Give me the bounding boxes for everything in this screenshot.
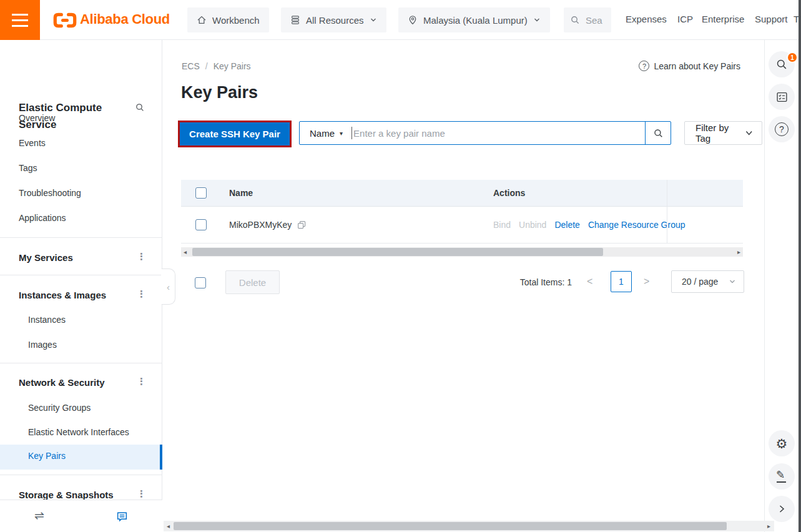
change-resource-group-action[interactable]: Change Resource Group xyxy=(588,220,686,230)
delete-button-disabled[interactable]: Delete xyxy=(225,270,280,294)
scroll-right-icon[interactable]: ▸ xyxy=(737,247,740,257)
expenses-link[interactable]: Expenses xyxy=(626,14,667,24)
page-size-select[interactable]: 20 / page xyxy=(671,270,744,293)
header-search-text: Sea xyxy=(586,15,602,26)
chevron-down-icon xyxy=(745,129,754,137)
scroll-left-icon[interactable]: ◂ xyxy=(167,521,170,531)
page-number-button[interactable]: 1 xyxy=(611,271,632,292)
sidebar-item-key-pairs[interactable]: Key Pairs xyxy=(0,445,162,470)
column-header-name[interactable]: Name xyxy=(229,188,253,198)
table-row: MikoPBXMyKey Bind Unbind Delete Change R… xyxy=(181,207,743,244)
total-items-label: Total Items: 1 xyxy=(493,277,572,287)
breadcrumb-ecs[interactable]: ECS xyxy=(182,61,200,71)
breadcrumb-current: Key Pairs xyxy=(214,61,251,71)
sidebar-group-storage-snapshots[interactable]: Storage & Snapshots xyxy=(19,488,114,501)
icp-link[interactable]: ICP xyxy=(677,14,693,24)
breadcrumb: ECS / Key Pairs xyxy=(182,61,251,71)
highlight-outline: Create SSH Key Pair xyxy=(178,121,292,147)
rail-help-button[interactable]: ? xyxy=(769,116,795,142)
header-search[interactable]: Sea xyxy=(564,7,611,32)
swap-icon[interactable]: ⇌ xyxy=(34,508,44,523)
home-icon xyxy=(197,15,207,25)
sidebar-item-applications[interactable]: Applications xyxy=(19,212,66,224)
all-resources-button[interactable]: All Resources xyxy=(281,7,386,32)
enterprise-link[interactable]: Enterprise xyxy=(702,14,744,24)
select-all-checkbox[interactable] xyxy=(195,187,207,199)
kebab-icon[interactable]: ⋮ xyxy=(137,488,145,500)
copy-icon[interactable] xyxy=(297,220,306,229)
learn-link-label: Learn about Key Pairs xyxy=(654,61,740,71)
column-header-actions: Actions xyxy=(493,188,525,198)
page-size-label: 20 / page xyxy=(682,277,718,287)
key-pair-search-bar: Name ▾ xyxy=(299,121,671,145)
table-scrollbar-thumb[interactable] xyxy=(192,248,603,256)
kebab-icon[interactable]: ⋮ xyxy=(137,251,145,262)
sidebar-item-security-groups[interactable]: Security Groups xyxy=(28,401,91,414)
sidebar-item-images[interactable]: Images xyxy=(28,338,57,351)
right-rail xyxy=(764,40,799,532)
page-scrollbar-thumb[interactable] xyxy=(174,522,727,530)
rail-settings-button[interactable]: ⚙ xyxy=(769,430,795,456)
search-icon xyxy=(570,15,580,25)
column-divider xyxy=(667,180,667,244)
kebab-icon[interactable]: ⋮ xyxy=(137,288,145,300)
table-header-row: Name Actions xyxy=(181,180,743,207)
sidebar-item-overview[interactable]: Overview xyxy=(19,112,55,124)
app-window: Alibaba Cloud Workbench All Resources xyxy=(0,0,801,532)
sidebar-group-instances-images[interactable]: Instances & Images xyxy=(19,288,106,301)
rail-edit-button[interactable]: ✎ xyxy=(769,463,795,490)
feedback-chat-icon[interactable] xyxy=(116,511,128,523)
caret-down-icon: ▾ xyxy=(340,130,343,137)
gear-icon: ⚙ xyxy=(776,437,788,450)
name-filter-dropdown[interactable]: Name ▾ xyxy=(300,128,351,139)
search-icon xyxy=(775,58,788,71)
sidebar-collapse-tab[interactable]: ‹ xyxy=(161,268,175,305)
footer-select-checkbox[interactable] xyxy=(195,277,206,288)
workbench-button[interactable]: Workbench xyxy=(187,7,269,32)
chevron-down-icon xyxy=(370,16,377,24)
chevron-down-icon xyxy=(729,278,736,285)
chevron-left-icon: ‹ xyxy=(167,282,170,292)
sidebar-group-network-security[interactable]: Network & Security xyxy=(19,376,105,388)
sidebar-search-icon[interactable] xyxy=(135,102,145,112)
filter-field-label: Name xyxy=(310,128,335,139)
table-scrollbar-track[interactable]: ◂ ▸ xyxy=(181,247,743,257)
key-pair-search-input[interactable] xyxy=(353,122,645,144)
search-button[interactable] xyxy=(645,122,671,144)
question-icon: ? xyxy=(639,61,649,71)
page-scrollbar-track[interactable]: ◂ ▸ xyxy=(164,521,774,531)
sidebar-footer: ⇌ xyxy=(0,500,162,532)
sidebar-item-elastic-network-interfaces[interactable]: Elastic Network Interfaces xyxy=(28,426,129,438)
region-selector[interactable]: Malaysia (Kuala Lumpur) xyxy=(398,7,550,32)
create-ssh-key-pair-button[interactable]: Create SSH Key Pair xyxy=(180,122,290,145)
sidebar-item-troubleshooting[interactable]: Troubleshooting xyxy=(19,187,81,199)
page-title: Key Pairs xyxy=(181,83,258,102)
pencil-icon: ✎ xyxy=(775,470,788,483)
support-link[interactable]: Support xyxy=(755,14,788,24)
row-checkbox[interactable] xyxy=(195,219,207,230)
filter-by-tag-button[interactable]: Filter by Tag xyxy=(684,121,762,145)
checklist-icon xyxy=(776,91,788,103)
scroll-left-icon[interactable]: ◂ xyxy=(184,247,187,257)
all-resources-label: All Resources xyxy=(306,15,364,26)
sidebar-item-events[interactable]: Events xyxy=(19,137,46,149)
sidebar-item-instances[interactable]: Instances xyxy=(28,313,66,326)
filter-by-tag-label: Filter by Tag xyxy=(695,122,745,144)
prev-page-icon[interactable]: < xyxy=(587,276,592,287)
sidebar-group-my-services[interactable]: My Services xyxy=(19,251,73,264)
hamburger-menu-icon[interactable] xyxy=(0,0,40,40)
rail-tasks-button[interactable] xyxy=(769,84,795,110)
region-label: Malaysia (Kuala Lumpur) xyxy=(423,15,528,26)
delete-action[interactable]: Delete xyxy=(554,220,579,230)
rail-expand-button[interactable] xyxy=(769,496,795,522)
scroll-right-icon[interactable]: ▸ xyxy=(767,521,770,531)
kebab-icon[interactable]: ⋮ xyxy=(137,376,145,387)
sidebar-item-tags[interactable]: Tags xyxy=(19,162,37,174)
notification-badge: 1 xyxy=(787,52,798,63)
unbind-action: Unbind xyxy=(519,220,546,230)
key-pair-name[interactable]: MikoPBXMyKey xyxy=(229,220,292,230)
bind-action: Bind xyxy=(493,220,511,230)
sidebar-item-key-pairs-label: Key Pairs xyxy=(28,451,66,461)
learn-about-key-pairs-link[interactable]: ? Learn about Key Pairs xyxy=(639,61,740,71)
next-page-icon[interactable]: > xyxy=(644,276,649,287)
